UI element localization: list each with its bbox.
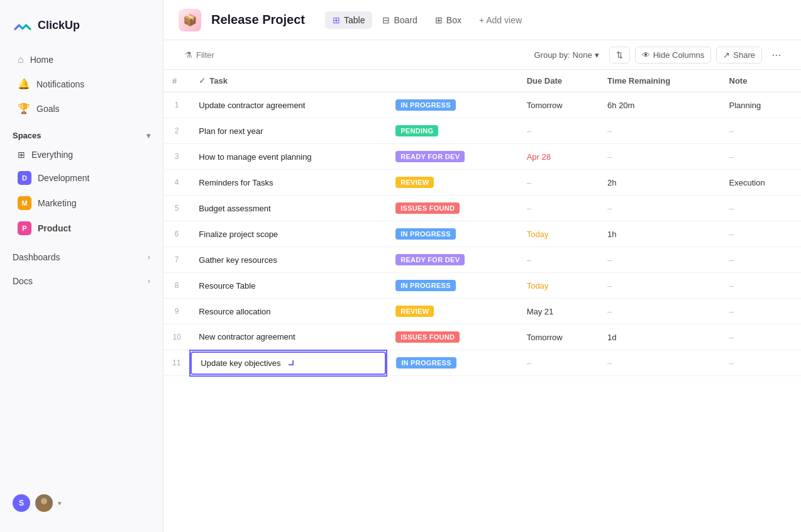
chevron-down-group-icon: ▾ <box>595 50 599 60</box>
sidebar-item-marketing-label: Marketing <box>38 198 76 208</box>
board-tab-icon: ⊟ <box>382 15 390 25</box>
cell-num: 11 <box>163 350 190 376</box>
cell-note: Planning <box>721 92 801 118</box>
cell-due-date: May 21 <box>518 299 599 324</box>
cell-task: How to manage event planning <box>190 144 387 170</box>
table-row[interactable]: 4 Reminders for Tasks REVIEW – 2h Execut… <box>163 170 801 196</box>
eye-icon: 👁 <box>642 50 650 60</box>
sort-button[interactable]: ⇅ <box>609 47 630 64</box>
cell-time-remaining: 2h <box>599 170 720 196</box>
col-note: Note <box>721 70 801 92</box>
hide-columns-label: Hide Columns <box>653 50 705 60</box>
sidebar-item-notifications-label: Notifications <box>36 79 84 89</box>
task-table-container[interactable]: # ✓ Task Due Date Time Remaining Note 1 <box>163 70 801 532</box>
cell-due-date: – <box>518 170 599 196</box>
cell-status: IN PROGRESS <box>387 92 518 118</box>
cell-num: 3 <box>163 144 190 170</box>
cell-due-date: – <box>518 247 599 273</box>
cell-status: ISSUES FOUND <box>387 196 518 221</box>
col-num: # <box>163 70 190 92</box>
docs-label: Docs <box>13 276 33 286</box>
sidebar-item-docs[interactable]: Docs › <box>0 270 163 289</box>
add-view-button[interactable]: + Add view <box>472 11 529 29</box>
cell-num: 7 <box>163 247 190 273</box>
cell-time-remaining: 1h <box>599 221 720 247</box>
cell-task: Gather key resources <box>190 247 387 273</box>
tab-table[interactable]: ⊞ Table <box>325 11 372 29</box>
table-row[interactable]: 5 Budget assessment ISSUES FOUND – – – <box>163 196 801 221</box>
user-dropdown-arrow[interactable]: ▾ <box>58 499 62 507</box>
logo-area[interactable]: ClickUp <box>0 10 163 48</box>
cell-note: – <box>721 299 801 324</box>
col-time-remaining: Time Remaining <box>599 70 720 92</box>
sidebar-item-home[interactable]: ⌂ Home <box>5 48 158 71</box>
view-tabs: ⊞ Table ⊟ Board ⊞ Box + Add view <box>325 11 529 29</box>
share-button[interactable]: ↗ Share <box>716 47 762 64</box>
development-avatar: D <box>18 171 31 185</box>
table-row[interactable]: 7 Gather key resources READY FOR DEV – –… <box>163 247 801 273</box>
table-row[interactable]: 8 Resource Table IN PROGRESS Today – – <box>163 273 801 299</box>
cell-due-date: Tomorrow <box>518 324 599 350</box>
cell-task: Budget assessment <box>190 196 387 221</box>
cell-status: READY FOR DEV <box>387 144 518 170</box>
cell-due-date: – <box>518 118 599 144</box>
add-view-label: + Add view <box>479 15 522 25</box>
project-icon: 📦 <box>179 9 201 31</box>
sidebar-item-goals[interactable]: 🏆 Goals <box>5 97 158 120</box>
table-row[interactable]: 1 Update contractor agreement IN PROGRES… <box>163 92 801 118</box>
sidebar-item-product[interactable]: P Product <box>5 216 158 240</box>
table-tab-icon: ⊞ <box>333 15 340 25</box>
sidebar-item-development-label: Development <box>38 173 90 183</box>
home-icon: ⌂ <box>18 54 24 65</box>
sidebar-item-everything[interactable]: ⊞ Everything <box>5 145 158 165</box>
cell-time-remaining: 6h 20m <box>599 92 720 118</box>
main-content: 📦 Release Project ⊞ Table ⊟ Board ⊞ Box … <box>163 0 801 532</box>
sidebar-item-development[interactable]: D Development <box>5 166 158 190</box>
cell-due-date: – <box>518 196 599 221</box>
spaces-section-header[interactable]: Spaces ▾ <box>0 121 163 144</box>
sidebar-item-goals-label: Goals <box>36 104 60 114</box>
table-row[interactable]: 11 Update key objectives IN PROGRESS – –… <box>163 350 801 376</box>
group-by-selector[interactable]: Group by: None ▾ <box>529 47 604 63</box>
toolbar-right: Group by: None ▾ ⇅ 👁 Hide Columns ↗ Shar… <box>529 45 786 64</box>
cell-note: – <box>721 221 801 247</box>
col-due-date: Due Date <box>518 70 599 92</box>
cell-time-remaining: – <box>599 196 720 221</box>
topbar: 📦 Release Project ⊞ Table ⊟ Board ⊞ Box … <box>163 0 801 40</box>
cell-due-date: Apr 28 <box>518 144 599 170</box>
tab-box[interactable]: ⊞ Box <box>428 11 469 29</box>
sidebar-item-dashboards[interactable]: Dashboards › <box>0 246 163 265</box>
filter-button[interactable]: ⚗ Filter <box>179 47 221 63</box>
clickup-logo-icon <box>13 15 33 35</box>
toolbar: ⚗ Filter Group by: None ▾ ⇅ 👁 Hide Colum… <box>163 40 801 70</box>
col-task-label: Task <box>209 76 228 86</box>
table-row[interactable]: 2 Plan for next year PENDING – – – <box>163 118 801 144</box>
table-row[interactable]: 6 Finalize project scope IN PROGRESS Tod… <box>163 221 801 247</box>
cell-due-date: Today <box>518 221 599 247</box>
cell-status: READY FOR DEV <box>387 247 518 273</box>
table-tab-label: Table <box>344 15 365 25</box>
goals-icon: 🏆 <box>18 103 30 114</box>
cell-task: Plan for next year <box>190 118 387 144</box>
svg-point-1 <box>39 505 49 511</box>
hide-columns-button[interactable]: 👁 Hide Columns <box>635 47 712 64</box>
marketing-avatar: M <box>18 196 31 210</box>
table-row[interactable]: 3 How to manage event planning READY FOR… <box>163 144 801 170</box>
more-options-button[interactable]: ··· <box>767 45 786 64</box>
cell-num: 9 <box>163 299 190 324</box>
tab-board[interactable]: ⊟ Board <box>375 11 424 29</box>
sidebar-item-marketing[interactable]: M Marketing <box>5 191 158 215</box>
sidebar-item-home-label: Home <box>30 55 53 65</box>
col-status <box>387 70 518 92</box>
cell-note: – <box>721 196 801 221</box>
col-task: ✓ Task <box>190 70 387 92</box>
cell-status: REVIEW <box>387 170 518 196</box>
cell-note: Execution <box>721 170 801 196</box>
table-row[interactable]: 9 Resource allocation REVIEW May 21 – – <box>163 299 801 324</box>
sidebar-item-notifications[interactable]: 🔔 Notifications <box>5 72 158 96</box>
user-footer[interactable]: S ▾ <box>0 484 163 522</box>
share-label: Share <box>733 50 755 60</box>
chevron-right-dashboards-icon: › <box>148 253 150 262</box>
cell-status: IN PROGRESS <box>387 273 518 299</box>
table-row[interactable]: 10 New contractor agreement ISSUES FOUND… <box>163 324 801 350</box>
